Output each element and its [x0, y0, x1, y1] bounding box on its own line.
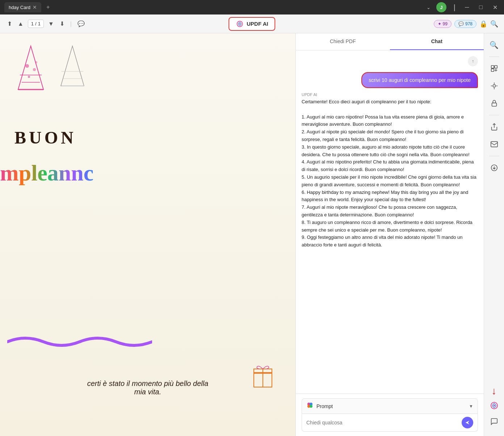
- panel-tabs: Chiedi PDF Chat: [296, 33, 484, 50]
- chat-credits-icon: 💬: [458, 21, 464, 26]
- svg-point-0: [239, 23, 240, 24]
- streamer-svg: [7, 331, 152, 353]
- sidebar-chat-icon[interactable]: [487, 414, 501, 429]
- page-down-icon[interactable]: ▼: [47, 19, 55, 29]
- tab-chiedi-pdf[interactable]: Chiedi PDF: [296, 33, 390, 50]
- user-message: scrivi 10 auguri di compleanno per mio n…: [361, 72, 478, 88]
- input-row: [302, 414, 478, 432]
- svg-rect-20: [491, 66, 494, 68]
- scroll-top-button[interactable]: ↑: [468, 56, 478, 66]
- tab[interactable]: hday Card ✕: [4, 2, 41, 12]
- svg-point-4: [25, 64, 29, 68]
- scroll-top-icon: ↑: [472, 59, 474, 64]
- search-icon[interactable]: 🔍: [490, 20, 498, 28]
- avatar: J: [436, 2, 446, 12]
- chat-credits-badge: 💬 978: [454, 20, 476, 28]
- prompt-colorful-icon: [306, 402, 314, 409]
- sidebar-mail-icon[interactable]: [487, 137, 501, 151]
- sidebar-ocr-icon[interactable]: [487, 61, 501, 76]
- svg-point-7: [35, 61, 37, 63]
- svg-rect-25: [491, 142, 497, 147]
- bottom-line1: certi è stato il momento più bello della: [7, 379, 288, 388]
- tab-label: hday Card: [9, 5, 30, 10]
- chat-credits-value: 978: [465, 21, 472, 26]
- updf-logo-icon: [236, 20, 244, 28]
- arrow-indicator-container: ↓: [487, 385, 501, 432]
- titlebar: hday Card ✕ + ⌄ J | ─ □ ✕: [0, 0, 504, 14]
- ai-message: Certamente! Ecco dieci auguri di complea…: [302, 98, 478, 249]
- prompt-selector[interactable]: Prompt ▼: [302, 398, 478, 414]
- input-area: Prompt ▼: [296, 394, 484, 436]
- star-credits-value: 99: [443, 21, 448, 26]
- updf-sidebar-logo: [490, 401, 499, 410]
- arrow-down-icon: ↓: [492, 385, 497, 397]
- chat-area[interactable]: ↑ scrivi 10 auguri di compleanno per mio…: [296, 50, 484, 394]
- svg-point-23: [493, 84, 495, 87]
- hat-container: [14, 44, 87, 91]
- nav-up-icon[interactable]: ⬆: [6, 19, 13, 29]
- svg-marker-9: [61, 46, 84, 86]
- main-content: BUON mpleannc: [0, 33, 504, 436]
- toolbar: ⬆ ▲ 1 / 1 ▼ ⬇ | 💬 UPDF AI ✦ 99 💬 978 🔒 🔍: [0, 14, 504, 33]
- minimize-button[interactable]: ─: [463, 4, 471, 11]
- sidebar-save-icon[interactable]: [487, 161, 501, 175]
- updf-ai-label: UPDF AI: [247, 21, 268, 27]
- sidebar-lock-icon[interactable]: [487, 96, 501, 111]
- prompt-left: Prompt: [306, 402, 333, 411]
- maximize-button[interactable]: □: [477, 4, 485, 11]
- sidebar-search-icon[interactable]: 🔍: [487, 38, 501, 52]
- sidebar-divider-3: [489, 156, 499, 156]
- chat-input[interactable]: [306, 420, 462, 425]
- svg-rect-22: [491, 69, 494, 71]
- prompt-label: Prompt: [316, 403, 333, 409]
- send-icon: [465, 420, 470, 425]
- bottom-line2: mia vita.: [7, 388, 288, 396]
- comment-icon[interactable]: 💬: [76, 19, 86, 29]
- toolbar-left: ⬆ ▲ 1 / 1 ▼ ⬇ | 💬: [6, 19, 86, 29]
- sidebar-divider-2: [489, 115, 499, 115]
- star-credits-badge: ✦ 99: [434, 20, 452, 28]
- send-button[interactable]: [462, 417, 473, 428]
- card-content: BUON mpleannc: [7, 44, 288, 425]
- right-sidebar: 🔍: [484, 33, 504, 436]
- svg-rect-21: [494, 66, 497, 68]
- ai-response-container: UPDF AI Certamente! Ecco dieci auguri di…: [302, 92, 478, 249]
- compleanno-text: mpleannc: [0, 160, 93, 186]
- buon-text: BUON: [14, 128, 76, 148]
- tab-close-icon[interactable]: ✕: [33, 4, 37, 10]
- titlebar-left: hday Card ✕ +: [4, 2, 50, 12]
- ai-label: UPDF AI: [302, 92, 478, 97]
- page-up-icon[interactable]: ▲: [16, 19, 25, 29]
- close-button[interactable]: ✕: [491, 4, 500, 11]
- sidebar-updf-ai-icon[interactable]: [487, 398, 501, 413]
- prompt-chevron-icon: ▼: [469, 404, 473, 409]
- svg-point-5: [33, 68, 36, 71]
- page-indicator[interactable]: 1 / 1: [28, 20, 44, 28]
- bottom-text: certi è stato il momento più bello della…: [7, 379, 288, 396]
- page-current: 1: [31, 21, 34, 26]
- svg-rect-24: [492, 103, 496, 106]
- pdf-page: BUON mpleannc: [0, 33, 295, 436]
- star-icon: ✦: [438, 21, 441, 26]
- tab-chat[interactable]: Chat: [390, 33, 484, 50]
- nav-icon[interactable]: ⌄: [427, 5, 430, 10]
- separator-icon: |: [454, 3, 455, 12]
- svg-point-27: [493, 405, 495, 407]
- nav-down-icon[interactable]: ⬇: [58, 19, 66, 29]
- lock-icon[interactable]: 🔒: [479, 20, 487, 28]
- svg-point-19: [310, 405, 312, 408]
- svg-point-6: [28, 76, 30, 78]
- prompt-dots-icon: [306, 402, 314, 411]
- pdf-viewer: BUON mpleannc: [0, 33, 295, 436]
- titlebar-right: ⌄ J | ─ □ ✕: [427, 2, 500, 12]
- divider1: |: [70, 21, 72, 27]
- page-total: 1: [38, 21, 41, 26]
- updf-ai-button[interactable]: UPDF AI: [228, 17, 275, 31]
- sidebar-scan-icon[interactable]: [487, 79, 501, 93]
- party-hat-1: [14, 44, 47, 91]
- page-separator: /: [35, 21, 37, 26]
- ai-panel: Chiedi PDF Chat ↑ scrivi 10 auguri di co…: [295, 33, 484, 436]
- tab-add-icon[interactable]: +: [46, 4, 50, 11]
- toolbar-right: ✦ 99 💬 978 🔒 🔍: [434, 20, 498, 28]
- sidebar-share-icon[interactable]: [487, 120, 501, 134]
